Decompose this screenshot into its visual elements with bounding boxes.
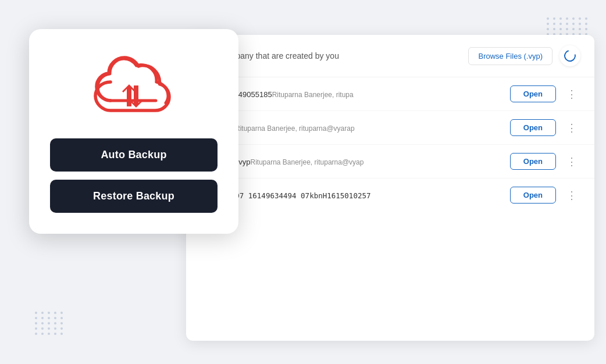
more-options-button[interactable]: ⋮	[563, 188, 580, 203]
dot	[54, 312, 56, 314]
dot	[41, 317, 44, 319]
dot	[566, 17, 568, 20]
dot	[41, 322, 44, 324]
file-meta: Rituparna Banerjee, rituparna@vyap	[250, 158, 363, 166]
dot	[54, 322, 56, 324]
table-row: 40207.vypRituparna Banerjee, rituparna@v…	[186, 111, 594, 145]
file-info: 40207.vypRituparna Banerjee, rituparna@v…	[200, 123, 503, 133]
dot	[60, 327, 63, 330]
dot	[547, 28, 549, 30]
dot	[553, 17, 555, 20]
more-options-button[interactable]: ⋮	[563, 154, 580, 169]
file-meta: Rituparna Banerjee, rituparna@vyarap	[235, 124, 355, 133]
more-options-button[interactable]: ⋮	[563, 87, 580, 102]
open-file-button[interactable]: Open	[510, 119, 556, 136]
dot	[60, 322, 63, 324]
dot	[579, 17, 581, 20]
file-meta: Rituparna Banerjee, ritupa	[272, 91, 354, 99]
dot	[48, 327, 50, 330]
browse-files-button[interactable]: Browse Files (.vyp)	[468, 47, 552, 65]
open-file-button[interactable]: Open	[510, 153, 556, 170]
dot	[60, 317, 63, 319]
dot	[60, 333, 63, 335]
dot	[579, 28, 581, 30]
dot	[35, 333, 37, 335]
backup-card: Auto Backup Restore Backup	[29, 29, 238, 234]
file-list: eport1614149055185Rituparna Banerjee, ri…	[186, 77, 594, 212]
dot	[48, 312, 50, 314]
dot	[48, 333, 50, 335]
dot	[54, 317, 56, 319]
dot	[572, 17, 575, 20]
refresh-icon	[562, 48, 578, 63]
table-row: e company.vypRituparna Banerjee, ritupar…	[186, 145, 594, 179]
file-browser-panel: e the company that are created by you Br…	[186, 35, 594, 341]
file-info: e company.vypRituparna Banerjee, ritupar…	[200, 156, 503, 167]
dot	[35, 312, 37, 314]
dot	[54, 333, 56, 335]
dot	[35, 322, 37, 324]
dot	[547, 17, 549, 20]
cloud-sync-icon	[87, 55, 180, 119]
dot	[60, 312, 63, 314]
dot	[572, 23, 575, 25]
file-info: eport1614149055185Rituparna Banerjee, ri…	[200, 89, 503, 99]
auto-backup-button[interactable]: Auto Backup	[50, 138, 218, 172]
dot	[35, 317, 37, 319]
dot	[547, 23, 549, 25]
dot	[41, 312, 44, 314]
cloud-icon-wrap	[87, 52, 180, 122]
dot	[553, 23, 555, 25]
dot	[579, 23, 581, 25]
dot	[41, 333, 44, 335]
dot	[585, 28, 587, 30]
dot	[566, 28, 568, 30]
dot	[48, 317, 50, 319]
dot	[48, 322, 50, 324]
dot	[566, 23, 568, 25]
more-options-button[interactable]: ⋮	[563, 120, 580, 135]
dot	[41, 327, 44, 330]
dot	[559, 23, 562, 25]
file-info: 9123140207 16149634494 07kbnH1615010257	[200, 190, 503, 201]
dot	[559, 17, 562, 20]
table-row: 9123140207 16149634494 07kbnH1615010257O…	[186, 179, 594, 212]
open-file-button[interactable]: Open	[510, 85, 556, 102]
dot	[585, 23, 587, 25]
dot	[54, 327, 56, 330]
dots-decoration-bottom-left	[35, 312, 64, 335]
action-buttons: Auto Backup Restore Backup	[50, 138, 218, 213]
open-file-button[interactable]: Open	[510, 187, 556, 204]
dot	[585, 17, 587, 20]
table-row: eport1614149055185Rituparna Banerjee, ri…	[186, 77, 594, 111]
restore-backup-button[interactable]: Restore Backup	[50, 180, 218, 213]
dot	[553, 28, 555, 30]
dot	[572, 28, 575, 30]
panel-header: e the company that are created by you Br…	[186, 35, 594, 77]
refresh-button[interactable]	[559, 45, 580, 66]
dot	[35, 327, 37, 330]
dot	[559, 28, 562, 30]
